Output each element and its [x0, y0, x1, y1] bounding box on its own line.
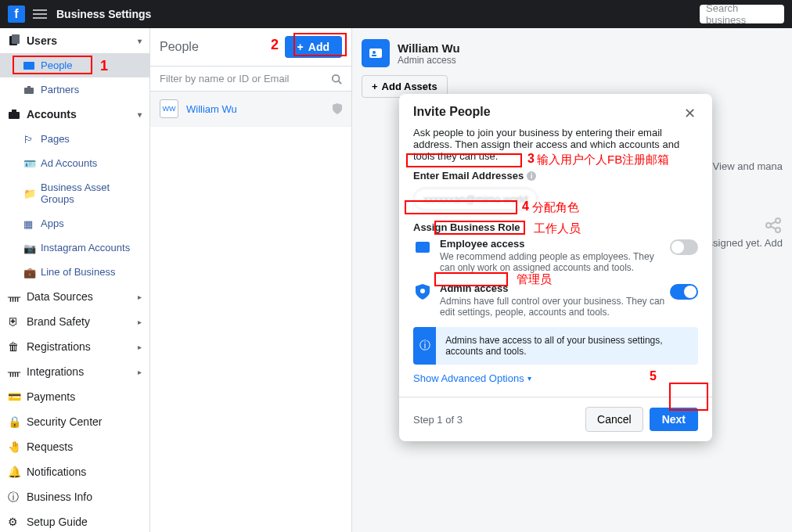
hamburger-icon[interactable] — [33, 9, 47, 19]
chevron-right-icon: ▸ — [138, 368, 142, 376]
sidebar-item-label: Setup Guide — [27, 516, 88, 528]
topbar: f Business Settings Search business — [0, 0, 792, 28]
modal-footer: Step 1 of 3 Cancel Next — [399, 397, 712, 441]
svg-point-7 — [333, 74, 340, 81]
sidebar-item-label: Instagram Accounts — [41, 242, 130, 253]
share-outline-icon — [764, 216, 783, 235]
sidebar-group-users[interactable]: Users ▾ — [0, 28, 149, 53]
email-label: Enter Email Addressesi — [413, 170, 536, 182]
people-panel: People +Add WW William Wu — [150, 28, 352, 532]
sidebar-item-label: Partners — [41, 84, 79, 95]
folder-icon: 📁 — [23, 188, 34, 199]
cancel-button[interactable]: Cancel — [585, 407, 643, 432]
sidebar-item-notifications[interactable]: 🔔Notifications — [0, 459, 149, 484]
detail-name: William Wu — [398, 41, 460, 55]
search-input[interactable]: Search business — [700, 5, 784, 23]
camera-icon: 📷 — [23, 243, 34, 253]
sidebar-item-label: Pages — [41, 133, 70, 145]
add-button[interactable]: +Add — [285, 36, 342, 58]
sidebar-item-partners[interactable]: Partners — [0, 77, 149, 102]
sidebar-group-label: Users — [27, 34, 57, 47]
badge-icon: 🪪 — [23, 158, 34, 169]
flag-icon: 🏳 — [23, 134, 34, 145]
admin-title: Admin access — [440, 282, 670, 294]
plus-icon: + — [372, 81, 378, 92]
detail-role: Admin access — [398, 55, 460, 66]
info-banner: ⓘ Admins have access to all of your busi… — [413, 327, 698, 365]
facebook-logo-icon[interactable]: f — [8, 5, 25, 23]
show-advanced-link[interactable]: Show Advanced Options▾ — [413, 365, 531, 387]
sidebar-item-security-center[interactable]: 🔒Security Center — [0, 409, 149, 434]
sidebar-item-label: Data Sources — [27, 290, 93, 303]
admin-shield-icon — [333, 103, 342, 114]
chevron-right-icon: ▸ — [138, 293, 142, 301]
chevron-down-icon: ▾ — [138, 110, 142, 119]
chevron-down-icon: ▾ — [138, 37, 142, 45]
sidebar-item-setup-guide[interactable]: ⚙Setup Guide — [0, 509, 149, 532]
caret-down-icon: ▾ — [527, 374, 531, 383]
svg-rect-6 — [12, 110, 16, 113]
sidebar-item-registrations[interactable]: 🗑Registrations▸ — [0, 334, 149, 359]
card-icon: 💳 — [8, 390, 20, 403]
trash-icon: 🗑 — [8, 340, 20, 353]
sidebar-item-pages[interactable]: 🏳Pages — [0, 127, 149, 151]
info-icon[interactable]: i — [527, 171, 536, 181]
sidebar-group-accounts[interactable]: Accounts ▾ — [0, 102, 149, 127]
employee-access-row: Employee access We recommend adding peop… — [413, 238, 698, 273]
sidebar-item-payments[interactable]: 💳Payments — [0, 384, 149, 409]
modal-header: Invite People ✕ — [399, 94, 712, 127]
page-title: Business Settings — [56, 8, 151, 20]
admin-shield-icon — [413, 282, 432, 301]
svg-point-10 — [373, 51, 376, 54]
filter-input[interactable] — [160, 73, 331, 84]
sidebar-item-label: Apps — [41, 217, 64, 229]
sidebar-item-brand-safety[interactable]: ⛨Brand Safety▸ — [0, 309, 149, 334]
sidebar-item-data-sources[interactable]: ᚄData Sources▸ — [0, 284, 149, 309]
employee-toggle[interactable] — [670, 239, 698, 255]
hand-icon: 🤚 — [8, 440, 20, 453]
sidebar-item-asset-groups[interactable]: 📁Business Asset Groups — [0, 175, 149, 211]
svg-rect-9 — [369, 49, 382, 58]
sidebar-item-label: Line of Business — [41, 266, 115, 278]
users-icon — [8, 34, 20, 47]
sidebar-item-apps[interactable]: ▦Apps — [0, 211, 149, 235]
svg-line-8 — [339, 81, 342, 84]
admin-toggle[interactable] — [670, 284, 698, 300]
sidebar-item-label: Ad Accounts — [41, 157, 97, 169]
svg-rect-5 — [9, 112, 20, 119]
invite-people-modal: Invite People ✕ Ask people to join your … — [399, 94, 712, 441]
add-label: Add — [308, 41, 329, 53]
sidebar-item-business-info[interactable]: ⓘBusiness Info — [0, 484, 149, 509]
svg-line-16 — [770, 226, 776, 229]
share-icon: ᚄ — [8, 290, 20, 303]
sidebar-item-label: Business Asset Groups — [41, 182, 142, 205]
sidebar-item-requests[interactable]: 🤚Requests — [0, 434, 149, 459]
list-item[interactable]: WW William Wu — [150, 92, 351, 127]
chevron-right-icon: ▸ — [138, 343, 142, 351]
sidebar-item-line-of-business[interactable]: 💼Line of Business — [0, 260, 149, 284]
avatar — [362, 39, 390, 67]
briefcase-icon — [8, 108, 20, 120]
add-assets-label: Add Assets — [382, 81, 437, 92]
filter-row[interactable] — [150, 66, 351, 92]
sidebar-item-label: Notifications — [27, 466, 86, 478]
sidebar: Users ▾ People Partners Accounts ▾ 🏳Page… — [0, 28, 150, 532]
sidebar-item-instagram[interactable]: 📷Instagram Accounts — [0, 235, 149, 260]
email-chip[interactable]: xxxxxxan@mimo world — [413, 188, 538, 210]
sidebar-group-label: Accounts — [27, 108, 77, 120]
sidebar-item-integrations[interactable]: ᚄIntegrations▸ — [0, 359, 149, 384]
people-heading: People — [160, 40, 285, 54]
bell-icon: 🔔 — [8, 466, 20, 478]
sidebar-item-label: Business Info — [27, 491, 92, 503]
next-button[interactable]: Next — [650, 408, 698, 431]
grid-icon: ▦ — [23, 218, 34, 229]
admin-access-row: Admin access Admins have full control ov… — [413, 282, 698, 318]
person-card-icon — [413, 238, 432, 257]
role-label: Assign Business Role — [413, 221, 520, 233]
sidebar-item-label: Payments — [27, 390, 75, 403]
sidebar-item-people[interactable]: People — [0, 53, 149, 77]
gear-icon: ⚙ — [8, 516, 20, 528]
modal-description: Ask people to join your business by ente… — [413, 127, 698, 162]
close-icon[interactable]: ✕ — [684, 105, 698, 119]
sidebar-item-ad-accounts[interactable]: 🪪Ad Accounts — [0, 151, 149, 175]
